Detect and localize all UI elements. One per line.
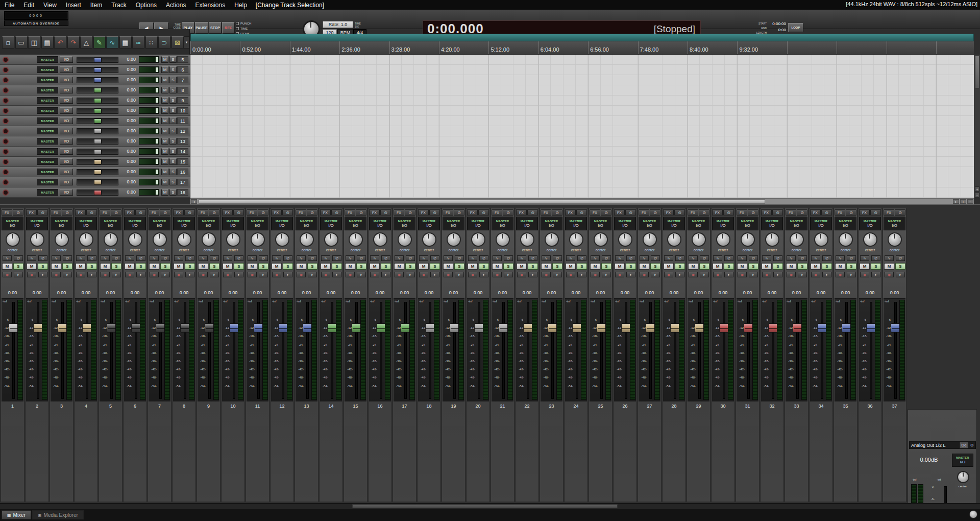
- pan-knob[interactable]: [765, 232, 779, 247]
- track-row[interactable]: MASTERI/O0.00MS9: [0, 96, 190, 106]
- fx-bypass-icon[interactable]: ⊙: [576, 209, 587, 216]
- mute-button[interactable]: M: [517, 263, 527, 270]
- mixer-strip[interactable]: FX⊙MASTERI/Ocenter∿∅MS●▸0.00-inf-6--12--…: [466, 208, 490, 502]
- mixer-strip[interactable]: FX⊙MASTERI/Ocenter∿∅MS●▸0.00-inf-6--12--…: [589, 208, 612, 502]
- peak-readout[interactable]: -inf: [76, 300, 80, 303]
- fx-bypass-icon[interactable]: ⊙: [13, 209, 23, 216]
- track-row[interactable]: MASTERI/O0.00MS10: [0, 106, 190, 116]
- mixer-strip[interactable]: FX⊙MASTERI/Ocenter∿∅MS●▸0.00-inf-6--12--…: [417, 208, 441, 502]
- fx-button[interactable]: FX: [345, 209, 355, 216]
- solo-button[interactable]: S: [169, 169, 177, 175]
- track-row[interactable]: MASTERI/O0.00MS12: [0, 126, 190, 136]
- master-power-icon[interactable]: ⊙: [968, 443, 975, 447]
- monitor-button[interactable]: ▸: [871, 272, 880, 277]
- monitor-button[interactable]: ▸: [406, 272, 415, 277]
- solo-button[interactable]: S: [160, 263, 170, 270]
- mixer-strip[interactable]: FX⊙MASTERI/Ocenter∿∅MS●▸0.00-inf-6--12--…: [99, 208, 122, 502]
- mute-button[interactable]: M: [713, 263, 723, 270]
- mixer-strip[interactable]: FX⊙MASTERI/Ocenter∿∅MS●▸0.00-inf-6--12--…: [172, 208, 196, 502]
- volume-value[interactable]: 0.00: [687, 290, 710, 295]
- pan-knob[interactable]: [128, 232, 142, 247]
- solo-button[interactable]: S: [38, 263, 48, 270]
- record-arm-button[interactable]: ●: [468, 272, 477, 277]
- volume-value[interactable]: 0.00: [638, 290, 661, 295]
- fx-bypass-icon[interactable]: ⊙: [307, 209, 317, 216]
- volume-value[interactable]: 0.00: [119, 77, 136, 82]
- route-button[interactable]: MASTERI/O: [222, 217, 244, 230]
- mute-button[interactable]: M: [639, 263, 649, 270]
- route-button[interactable]: MASTERI/O: [443, 217, 464, 230]
- menu-edit[interactable]: Edit: [19, 2, 39, 9]
- mute-button[interactable]: M: [161, 138, 168, 145]
- record-arm-button[interactable]: ●: [444, 272, 453, 277]
- phase-button[interactable]: ∅: [479, 255, 488, 261]
- record-arm-button[interactable]: ●: [150, 272, 159, 277]
- phase-button[interactable]: ∅: [406, 255, 415, 261]
- volume-value[interactable]: 0.00: [810, 290, 832, 295]
- phase-button[interactable]: ∅: [577, 255, 586, 261]
- pan-knob[interactable]: [863, 232, 877, 247]
- monitor-button[interactable]: ▸: [136, 272, 145, 277]
- volume-value[interactable]: 0.00: [197, 290, 220, 295]
- solo-button[interactable]: S: [748, 263, 758, 270]
- peak-readout[interactable]: -inf: [811, 300, 815, 303]
- mute-button[interactable]: M: [161, 97, 168, 104]
- track-row[interactable]: MASTERI/O0.00MS7: [0, 75, 190, 85]
- mixer-strip[interactable]: FX⊙MASTERI/Ocenter∿∅MS●▸0.00-inf-6--12--…: [368, 208, 392, 502]
- mixer-scroll-handle[interactable]: [352, 504, 618, 508]
- fx-button[interactable]: FX: [173, 209, 184, 216]
- volume-value[interactable]: 0.00: [124, 290, 146, 295]
- volume-value[interactable]: 0.00: [119, 67, 136, 72]
- vscroll-handle[interactable]: [975, 56, 979, 88]
- envelope-button[interactable]: ∿: [272, 255, 281, 261]
- peak-readout[interactable]: -inf: [101, 300, 105, 303]
- mixer-strip[interactable]: FX⊙MASTERI/Ocenter∿∅MS●▸0.00-inf-6--12--…: [442, 208, 465, 502]
- pan-knob[interactable]: [422, 232, 436, 247]
- fx-button[interactable]: FX: [51, 209, 61, 216]
- route-button[interactable]: MASTERI/O: [761, 217, 783, 230]
- route-button[interactable]: MASTERI/O: [345, 217, 366, 230]
- save-project-icon[interactable]: ◫: [28, 36, 40, 49]
- mixer-strip[interactable]: FX⊙MASTERI/Ocenter∿∅MS●▸0.00-inf-6--12--…: [393, 208, 416, 502]
- mute-button[interactable]: M: [161, 66, 168, 73]
- volume-value[interactable]: 0.00: [119, 138, 136, 144]
- monitor-button[interactable]: ▸: [455, 272, 464, 277]
- fx-bypass-icon[interactable]: ⊙: [37, 209, 48, 216]
- envelope-button[interactable]: ∿: [101, 255, 110, 261]
- phase-button[interactable]: ∅: [896, 255, 905, 261]
- solo-button[interactable]: S: [822, 263, 832, 270]
- monitor-button[interactable]: ▸: [161, 272, 170, 277]
- mute-button[interactable]: M: [835, 263, 845, 270]
- peak-readout[interactable]: -inf: [615, 300, 619, 303]
- fx-button[interactable]: FX: [149, 209, 159, 216]
- mixer-strip[interactable]: FX⊙MASTERI/Ocenter∿∅MS●▸0.00-inf-6--12--…: [564, 208, 588, 502]
- mixer-strip[interactable]: FX⊙MASTERI/Ocenter∿∅MS●▸0.00-inf-6--12--…: [883, 208, 906, 502]
- pan-fader-handle[interactable]: [94, 190, 102, 195]
- phase-button[interactable]: ∅: [112, 255, 121, 261]
- phase-button[interactable]: ∅: [871, 255, 880, 261]
- solo-button[interactable]: S: [169, 179, 177, 185]
- pan-fader[interactable]: [77, 179, 118, 185]
- mixer-strip[interactable]: FX⊙MASTERI/Ocenter∿∅MS●▸0.00-inf-6--12--…: [344, 208, 368, 502]
- record-arm-button[interactable]: ●: [3, 272, 12, 277]
- toolbar-overflow-chevron-icon[interactable]: ▾: [184, 36, 189, 49]
- phase-button[interactable]: ∅: [798, 255, 807, 261]
- tab-mixer[interactable]: ▦ Mixer: [2, 510, 31, 519]
- peak-readout[interactable]: -inf: [370, 300, 374, 303]
- record-arm-button[interactable]: [3, 77, 9, 83]
- monitor-button[interactable]: ▸: [112, 272, 121, 277]
- pan-knob[interactable]: [569, 232, 583, 247]
- volume-value[interactable]: 0.00: [26, 290, 48, 295]
- route-button[interactable]: MASTERI/O: [737, 217, 758, 230]
- mixer-strip[interactable]: FX⊙MASTERI/Ocenter∿∅MS●▸0.00-inf-6--12--…: [687, 208, 710, 502]
- envelope-button[interactable]: ∿: [52, 255, 61, 261]
- volume-value[interactable]: 0.00: [834, 290, 857, 295]
- pan-knob[interactable]: [349, 232, 363, 247]
- fx-bypass-icon[interactable]: ⊙: [356, 209, 366, 216]
- peak-readout[interactable]: -inf: [640, 300, 644, 303]
- track-row[interactable]: MASTERI/O0.00MS15: [0, 157, 190, 167]
- volume-value[interactable]: 0.00: [99, 290, 122, 295]
- fx-button[interactable]: FX: [100, 209, 110, 216]
- grid-lines-icon[interactable]: ▦: [119, 36, 132, 49]
- monitor-button[interactable]: ▸: [626, 272, 635, 277]
